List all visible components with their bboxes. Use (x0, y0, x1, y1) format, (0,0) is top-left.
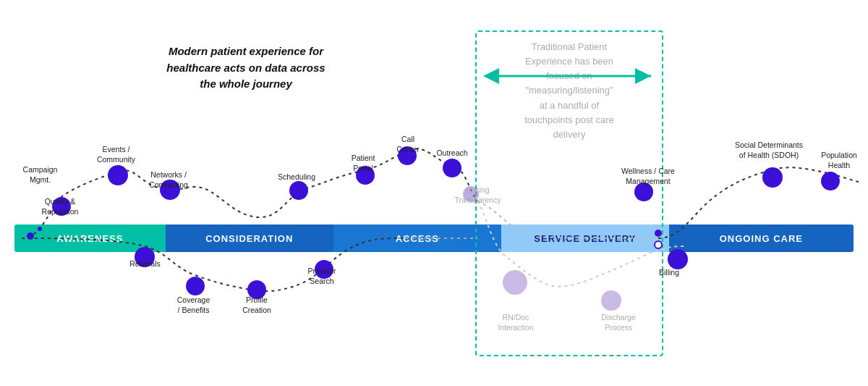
diagram-container: AWARENESS CONSIDERATION ACCESS SERVICE D… (0, 0, 868, 386)
label-events: Events /Community (85, 145, 147, 164)
label-rn-doc: RN/DocInteraction (487, 313, 545, 332)
left-description: Modern patient experience for healthcare… (159, 43, 333, 93)
svg-point-21 (668, 249, 688, 269)
svg-point-16 (186, 277, 205, 295)
svg-point-20 (601, 290, 621, 311)
label-quality: Quality &Reputation (31, 197, 89, 217)
segment-access: ACCESS (333, 225, 501, 252)
journey-bar: AWARENESS CONSIDERATION ACCESS SERVICE D… (14, 225, 854, 252)
svg-point-5 (289, 181, 308, 200)
label-outreach: Outreach (427, 148, 477, 159)
label-provider: ProviderSearch (293, 267, 351, 286)
segment-awareness: AWARENESS (14, 225, 166, 252)
label-sdoh: Social Determinantsof Health (SDOH) (729, 140, 809, 160)
label-population: PopulationHealth (810, 151, 868, 170)
svg-point-8 (443, 159, 461, 177)
label-wellness: Wellness / CareManagement (612, 167, 684, 186)
label-patient-portal: PatientPortal (334, 154, 392, 173)
label-profile: ProfileCreation (228, 295, 286, 315)
svg-point-19 (503, 270, 527, 295)
svg-point-13 (762, 167, 783, 188)
traditional-text: Traditional Patient Experience has been … (482, 40, 656, 142)
journey-svg (0, 0, 868, 386)
segment-ongoing-care: ONGOING CARE (669, 225, 854, 252)
label-coverage: Coverage/ Benefits (163, 295, 224, 315)
label-networks: Networks /Contracting (136, 170, 201, 190)
label-discharge: DischargeProcess (590, 313, 647, 332)
label-scheduling: Scheduling (268, 172, 326, 182)
label-campaign: CampaignMgmt. (13, 165, 67, 185)
svg-point-3 (108, 165, 128, 185)
label-billing: Billing (647, 268, 691, 278)
segment-service-delivery: SERVICE DELIVERY (501, 225, 669, 252)
segment-consideration: CONSIDERATION (166, 225, 333, 252)
label-referrals: Referrals (118, 259, 172, 269)
svg-point-14 (821, 172, 840, 190)
label-pricing: PricingTransparency (447, 185, 509, 205)
